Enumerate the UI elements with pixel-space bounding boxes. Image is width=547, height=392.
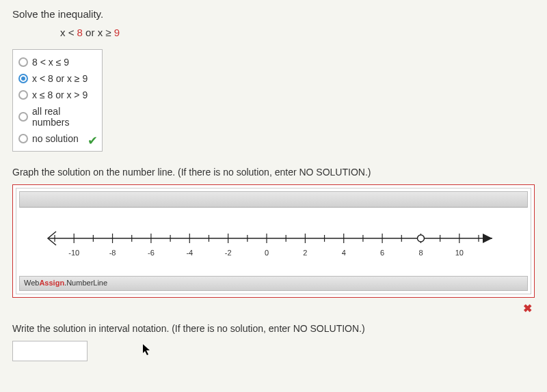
incorrect-icon: ✖ [12,302,535,315]
radio-unchecked-icon[interactable] [18,112,28,122]
radio-unchecked-icon[interactable] [18,57,28,67]
option-row[interactable]: x ≤ 8 or x > 9 [16,87,99,103]
svg-text:2: 2 [303,249,307,257]
ineq-mid: or x ≥ [83,27,114,38]
svg-text:-4: -4 [186,249,193,257]
graph-panel: -10-8-6-4-20246810 WebAssign.NumberLine [12,184,535,298]
svg-text:10: 10 [455,249,464,257]
brand-rest: .NumberLine [64,279,107,287]
option-row[interactable]: x < 8 or x ≥ 9 [16,70,99,87]
graph-instruction: Graph the solution on the number line. (… [12,167,535,178]
svg-text:-10: -10 [68,249,79,257]
cursor-icon [142,344,152,356]
option-label: 8 < x ≤ 9 [32,57,69,68]
svg-text:6: 6 [380,249,384,257]
inequality-expression: x < 8 or x ≥ 9 [60,27,535,38]
svg-marker-1 [483,234,492,243]
option-label: x < 8 or x ≥ 9 [32,73,88,84]
option-label: no solution [32,133,79,144]
option-label: all real numbers [32,106,94,128]
numberline-footer: WebAssign.NumberLine [19,276,528,291]
radio-options-box: 8 < x ≤ 9 x < 8 or x ≥ 9 x ≤ 8 or x > 9 … [12,49,103,152]
check-icon: ✔ [88,133,98,148]
radio-checked-icon[interactable] [18,74,28,83]
brand-assign: Assign [39,279,64,287]
ineq-part: x < [60,27,77,38]
open-point-icon[interactable] [417,235,424,242]
question-title: Solve the inequality. [12,8,535,20]
ineq-num: 8 [77,27,83,38]
option-row[interactable]: no solution [16,130,99,147]
svg-text:8: 8 [418,249,423,257]
svg-text:-2: -2 [225,249,232,257]
brand-web: Web [24,279,39,287]
radio-unchecked-icon[interactable] [18,90,28,100]
numberline-svg[interactable]: -10-8-6-4-20246810 [40,228,507,262]
radio-unchecked-icon[interactable] [18,134,28,143]
svg-text:-8: -8 [109,249,116,257]
numberline-toolbar[interactable] [19,191,528,208]
svg-text:4: 4 [342,249,346,257]
interval-instruction: Write the solution in interval notation.… [12,323,535,334]
interval-answer-input[interactable] [12,341,88,361]
option-row[interactable]: 8 < x ≤ 9 [16,54,99,70]
numberline-canvas[interactable]: -10-8-6-4-20246810 [19,208,528,276]
option-row[interactable]: all real numbers [16,103,99,130]
option-label: x ≤ 8 or x > 9 [32,89,88,100]
svg-text:0: 0 [265,249,269,257]
svg-text:-6: -6 [148,249,155,257]
svg-marker-36 [143,344,150,355]
ineq-num2: 9 [114,27,120,38]
